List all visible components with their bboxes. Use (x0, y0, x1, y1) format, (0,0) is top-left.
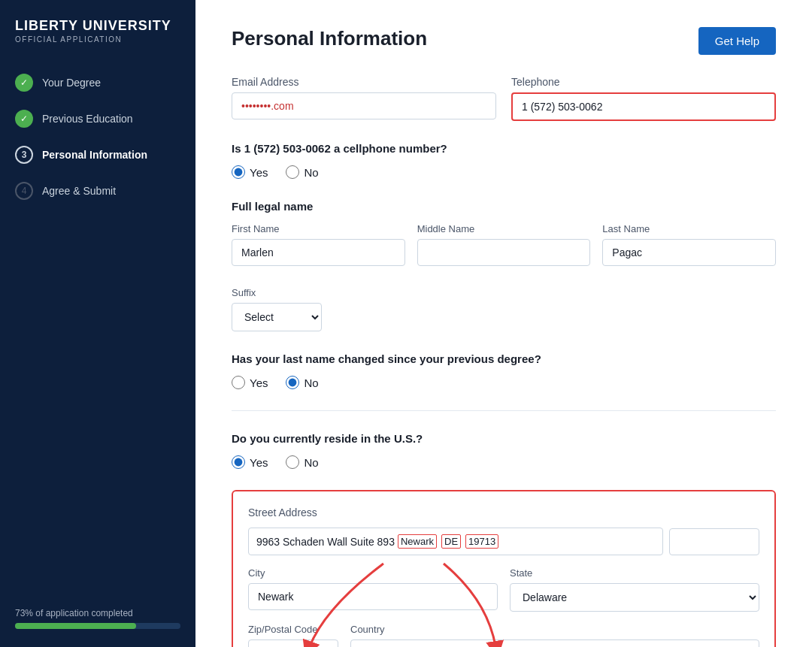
zip-group: Zip/Postal Code (248, 624, 338, 647)
street-city-highlight: Newark (398, 534, 437, 549)
sidebar-label-personal-information: Personal Information (42, 149, 147, 161)
street-row: 9963 Schaden Wall Suite 893 Newark DE 19… (248, 528, 759, 555)
reside-yes-label: Yes (250, 456, 268, 469)
last-name-changed-question: Has your last name changed since your pr… (232, 352, 776, 365)
progress-label: 73% of application completed (15, 608, 180, 618)
last-name-no-label: No (304, 376, 318, 389)
street-address-label: Street Address (248, 506, 759, 519)
email-telephone-section: Email Address Telephone (232, 76, 776, 121)
cellphone-no-label: No (304, 166, 318, 179)
cellphone-yes-option[interactable]: Yes (232, 165, 268, 179)
cellphone-yes-radio[interactable] (232, 165, 245, 179)
zip-input[interactable] (248, 639, 338, 647)
city-input[interactable] (248, 583, 498, 610)
city-state-row: City State AlabamaAlaskaArizonaArkansas … (248, 567, 759, 612)
street-zip-highlight: 19713 (465, 534, 498, 549)
progress-area: 73% of application completed (0, 596, 195, 647)
street-input-display: 9963 Schaden Wall Suite 893 Newark DE 19… (248, 528, 663, 555)
last-name-yes-option[interactable]: Yes (232, 376, 268, 389)
last-name-yes-label: Yes (250, 376, 268, 389)
last-name-yes-radio[interactable] (232, 376, 245, 389)
progress-bar-bg (15, 623, 180, 629)
sidebar-label-agree-submit: Agree & Submit (42, 185, 116, 197)
sidebar-item-agree-submit[interactable]: 4 Agree & Submit (0, 173, 195, 209)
first-name-group: First Name (232, 223, 405, 266)
telephone-label: Telephone (511, 76, 776, 88)
sidebar-item-personal-information[interactable]: 3 Personal Information (0, 137, 195, 173)
last-name-changed-section: Has your last name changed since your pr… (232, 352, 776, 389)
reside-us-radio-group: Yes No (232, 455, 776, 469)
cellphone-section: Is 1 (572) 503-0062 a cellphone number? … (232, 142, 776, 179)
last-name-no-radio[interactable] (286, 376, 299, 389)
step-icon-previous-education: ✓ (15, 110, 33, 128)
reside-yes-option[interactable]: Yes (232, 455, 268, 469)
sidebar-label-previous-education: Previous Education (42, 113, 133, 125)
city-label: City (248, 567, 498, 579)
step-icon-agree-submit: 4 (15, 182, 33, 200)
step-icon-personal-information: 3 (15, 146, 33, 164)
state-group: State AlabamaAlaskaArizonaArkansas Calif… (510, 567, 759, 612)
cellphone-question: Is 1 (572) 503-0062 a cellphone number? (232, 142, 776, 155)
progress-bar-fill (15, 623, 136, 629)
sidebar: LIBERTY UNIVERSITY OFFICIAL APPLICATION … (0, 0, 195, 647)
country-label: Country (350, 624, 759, 635)
street-base: 9963 Schaden Wall Suite 893 (256, 536, 395, 548)
cellphone-yes-label: Yes (250, 166, 268, 179)
get-help-button[interactable]: Get Help (698, 27, 776, 55)
app-subtitle: OFFICIAL APPLICATION (15, 35, 180, 44)
main-content: Personal Information Get Help Email Addr… (195, 0, 812, 647)
street-extra-input[interactable] (669, 528, 759, 555)
full-name-heading: Full legal name (232, 200, 776, 213)
country-group: Country United States Canada Mexico Othe… (350, 624, 759, 647)
logo-area: LIBERTY UNIVERSITY OFFICIAL APPLICATION (0, 0, 195, 56)
telephone-input[interactable] (511, 92, 776, 121)
page-title: Personal Information (232, 27, 427, 50)
step-icon-your-degree: ✓ (15, 74, 33, 92)
state-select[interactable]: AlabamaAlaskaArizonaArkansas CaliforniaC… (510, 583, 759, 612)
cellphone-no-radio[interactable] (286, 165, 299, 179)
zip-country-wrapper: Zip/Postal Code Country United States Ca… (248, 624, 759, 647)
city-group: City (248, 567, 498, 612)
reside-us-question: Do you currently reside in the U.S.? (232, 432, 776, 445)
middle-name-input[interactable] (417, 239, 591, 266)
name-fields-row: First Name Middle Name Last Name (232, 223, 776, 266)
suffix-label: Suffix (232, 287, 776, 298)
street-state-highlight: DE (441, 534, 461, 549)
cellphone-no-option[interactable]: No (286, 165, 318, 179)
email-input[interactable] (232, 92, 496, 119)
cellphone-radio-group: Yes No (232, 165, 776, 179)
last-name-input[interactable] (602, 239, 776, 266)
reside-yes-radio[interactable] (232, 455, 245, 469)
email-label: Email Address (232, 76, 496, 88)
last-name-group: Last Name (602, 223, 776, 266)
suffix-section: Suffix Select Jr. Sr. II III IV (232, 287, 776, 331)
suffix-select[interactable]: Select Jr. Sr. II III IV (232, 303, 322, 331)
sidebar-item-your-degree[interactable]: ✓ Your Degree (0, 65, 195, 101)
app-name: LIBERTY UNIVERSITY (15, 18, 180, 34)
sidebar-item-previous-education[interactable]: ✓ Previous Education (0, 101, 195, 137)
first-name-input[interactable] (232, 239, 405, 266)
country-select[interactable]: United States Canada Mexico Other (350, 639, 759, 647)
last-name-no-option[interactable]: No (286, 376, 318, 389)
first-name-label: First Name (232, 223, 405, 234)
sidebar-nav: ✓ Your Degree ✓ Previous Education 3 Per… (0, 56, 195, 596)
section-divider (232, 410, 776, 411)
state-label: State (510, 567, 759, 579)
last-name-changed-radio-group: Yes No (232, 376, 776, 389)
sidebar-label-your-degree: Your Degree (42, 77, 101, 89)
telephone-field-group: Telephone (511, 76, 776, 121)
last-name-label: Last Name (602, 223, 776, 234)
reside-no-option[interactable]: No (286, 455, 318, 469)
full-name-section: Full legal name First Name Middle Name L… (232, 200, 776, 266)
zip-country-row: Zip/Postal Code Country United States Ca… (248, 624, 759, 647)
reside-us-section: Do you currently reside in the U.S.? Yes… (232, 432, 776, 469)
address-card: Street Address 9963 Schaden Wall Suite 8… (232, 490, 776, 647)
zip-label: Zip/Postal Code (248, 624, 338, 635)
middle-name-group: Middle Name (417, 223, 591, 266)
reside-no-label: No (304, 456, 318, 469)
middle-name-label: Middle Name (417, 223, 591, 234)
reside-no-radio[interactable] (286, 455, 299, 469)
email-field-group: Email Address (232, 76, 496, 121)
header-row: Personal Information Get Help (232, 27, 776, 55)
